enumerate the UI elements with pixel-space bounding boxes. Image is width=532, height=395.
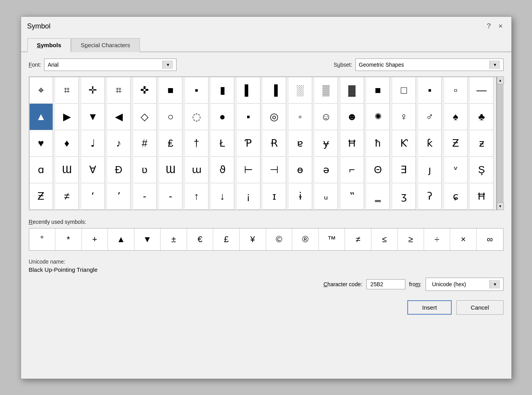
symbol-cell[interactable]: ɐ <box>289 130 312 157</box>
symbol-cell[interactable]: ƙ <box>418 130 442 157</box>
symbol-cell[interactable]: ɕ <box>444 183 468 210</box>
close-button[interactable]: × <box>496 21 505 31</box>
symbol-cell[interactable]: ▒ <box>315 77 338 104</box>
symbol-cell[interactable]: Ɯ <box>55 157 79 183</box>
symbol-cell[interactable]: ○ <box>159 104 182 130</box>
symbol-cell[interactable]: ▶ <box>55 104 79 130</box>
symbol-cell[interactable]: ⌐ <box>341 157 364 183</box>
symbol-cell[interactable]: ⌗ <box>107 77 131 104</box>
symbol-cell[interactable]: ◇ <box>133 104 157 130</box>
symbol-cell[interactable]: ● <box>211 104 234 130</box>
recent-symbol-cell[interactable]: ▲ <box>108 228 134 250</box>
scroll-down-button[interactable]: ▼ <box>497 202 504 210</box>
symbol-cell[interactable]: ■ <box>366 77 390 104</box>
recent-symbol-cell[interactable]: ≥ <box>398 228 424 250</box>
symbol-cell[interactable]: ‑ <box>159 183 182 210</box>
symbol-cell[interactable]: ▐ <box>263 77 286 104</box>
symbol-cell[interactable]: ▫ <box>444 77 468 104</box>
symbol-cell[interactable]: ɯ <box>185 157 209 183</box>
symbol-cell[interactable]: Ł <box>211 130 234 157</box>
symbol-cell[interactable]: ɵ <box>289 157 312 183</box>
help-button[interactable]: ? <box>484 21 493 31</box>
symbol-cell[interactable]: ▓ <box>341 77 364 104</box>
symbol-cell[interactable]: ☻ <box>341 104 364 130</box>
recent-symbol-cell[interactable]: ▼ <box>134 228 161 250</box>
symbol-cell[interactable]: ɨ <box>289 183 312 210</box>
symbol-cell[interactable]: ᵤ <box>315 183 338 210</box>
recent-symbol-cell[interactable]: ∞ <box>477 228 503 250</box>
recent-symbol-cell[interactable]: ° <box>29 228 56 250</box>
symbol-cell[interactable]: ≠ <box>55 183 79 210</box>
symbol-cell[interactable]: ▪ <box>418 77 442 104</box>
from-dropdown-arrow[interactable]: ▾ <box>490 280 500 289</box>
symbol-cell[interactable]: ✜ <box>133 77 157 104</box>
symbol-cell[interactable]: ♥ <box>30 130 53 157</box>
subset-select[interactable]: Geometric Shapes ▾ <box>355 58 504 71</box>
symbol-cell[interactable]: # <box>133 130 157 157</box>
symbol-cell[interactable]: ♂ <box>418 104 442 130</box>
symbol-cell[interactable]: Ƶ <box>30 183 53 210</box>
symbol-cell[interactable]: Ɯ <box>159 157 182 183</box>
symbol-cell[interactable]: ʻ <box>81 183 105 210</box>
recent-symbol-cell[interactable]: ™ <box>319 228 345 250</box>
symbol-cell[interactable]: † <box>185 130 209 157</box>
symbol-cell[interactable]: ↓ <box>211 183 234 210</box>
recent-symbol-cell[interactable]: ± <box>161 228 187 250</box>
symbol-cell[interactable]: Ƥ <box>237 130 260 157</box>
symbol-cell[interactable]: ƶ <box>470 130 493 157</box>
tab-special-characters[interactable]: Special Characters <box>71 38 140 52</box>
symbol-cell[interactable]: ‟ <box>341 183 364 210</box>
symbol-cell[interactable]: Ð <box>107 157 131 183</box>
subset-dropdown-arrow[interactable]: ▾ <box>490 60 500 69</box>
symbol-cell[interactable]: Ħ <box>470 183 493 210</box>
symbol-cell[interactable]: ◌ <box>185 104 209 130</box>
symbol-cell[interactable]: ɑ <box>30 157 53 183</box>
char-code-input[interactable] <box>366 279 405 289</box>
symbol-cell[interactable]: ᵛ <box>444 157 468 183</box>
symbol-cell[interactable]: ▪ <box>237 104 260 130</box>
symbol-cell[interactable]: ϑ <box>211 157 234 183</box>
symbol-cell[interactable]: ⌖ <box>30 77 53 104</box>
symbol-cell[interactable]: ♠ <box>444 104 468 130</box>
symbol-cell[interactable]: ‐ <box>133 183 157 210</box>
symbol-cell[interactable]: ♣ <box>470 104 493 130</box>
symbol-cell[interactable]: ▮ <box>211 77 234 104</box>
symbol-cell[interactable]: Ş <box>470 157 493 183</box>
symbol-cell[interactable]: ░ <box>289 77 312 104</box>
symbol-cell[interactable]: ▼ <box>81 104 105 130</box>
symbol-cell[interactable]: — <box>470 77 493 104</box>
cancel-button[interactable]: Cancel <box>456 300 504 315</box>
symbol-cell[interactable]: ‗ <box>366 183 390 210</box>
symbol-cell[interactable]: ʔ <box>418 183 442 210</box>
symbol-cell[interactable]: Ǝ <box>392 157 416 183</box>
recent-symbol-cell[interactable]: ¥ <box>240 228 266 250</box>
symbol-cell[interactable]: ♩ <box>81 130 105 157</box>
recent-symbol-cell[interactable]: * <box>55 228 82 250</box>
symbol-cell[interactable]: ■ <box>159 77 182 104</box>
symbol-cell[interactable]: Ƶ <box>444 130 468 157</box>
symbol-cell[interactable]: ♀ <box>392 104 416 130</box>
symbol-cell[interactable]: ʒ <box>392 183 416 210</box>
font-select[interactable]: Arial ▾ <box>44 58 177 71</box>
symbol-cell[interactable]: ◦ <box>289 104 312 130</box>
symbol-cell[interactable]: ♦ <box>55 130 79 157</box>
symbol-cell[interactable]: ⊢ <box>237 157 260 183</box>
symbol-cell[interactable]: Ƙ <box>392 130 416 157</box>
symbol-cell[interactable]: ♪ <box>107 130 131 157</box>
insert-button[interactable]: Insert <box>407 300 452 315</box>
symbol-cell[interactable]: ◎ <box>263 104 286 130</box>
symbol-cell[interactable]: ɪ <box>263 183 286 210</box>
symbol-cell[interactable]: ʋ <box>133 157 157 183</box>
symbol-cell[interactable]: ₤ <box>159 130 182 157</box>
recent-symbol-cell[interactable]: + <box>82 228 108 250</box>
symbol-cell[interactable]: ɏ <box>315 130 338 157</box>
symbol-cell[interactable]: □ <box>392 77 416 104</box>
recent-symbol-cell[interactable]: © <box>266 228 293 250</box>
symbol-cell[interactable]: ✺ <box>366 104 390 130</box>
symbol-cell[interactable]: ↑ <box>185 183 209 210</box>
symbol-cell[interactable]: Θ <box>366 157 390 183</box>
recent-symbol-cell[interactable]: ÷ <box>424 228 451 250</box>
symbol-cell[interactable]: ☺ <box>315 104 338 130</box>
symbol-cell[interactable]: Ħ <box>341 130 364 157</box>
symbol-cell[interactable]: ⊣ <box>263 157 286 183</box>
